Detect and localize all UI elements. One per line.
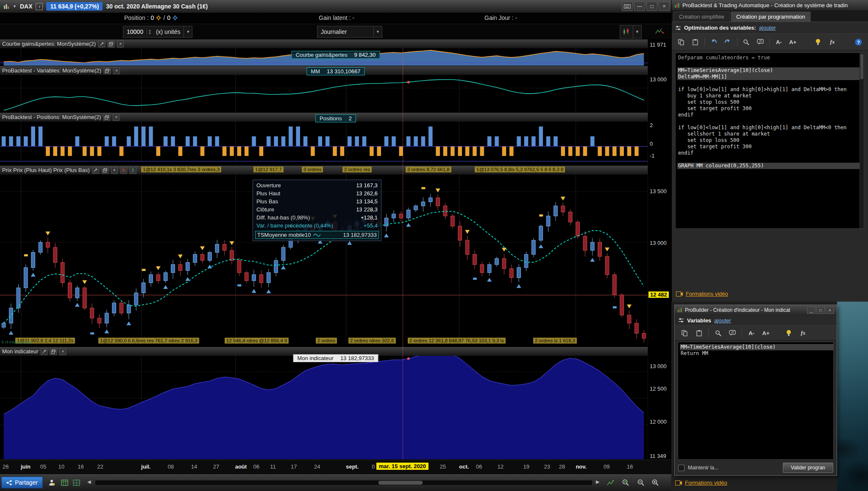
chart-type-select[interactable]: ▼ [620,25,642,39]
zoom-select-icon[interactable] [620,477,631,488]
probacktest-titlebar[interactable]: ProBacktest & Trading Automatique - Créa… [672,0,868,10]
price-axis[interactable]: 11 97113 00020-113 50013 00012 48213 000… [648,39,672,460]
grid-icon[interactable] [71,477,81,488]
auto-scale-icon[interactable] [605,477,615,488]
info-icon[interactable]: i [36,3,43,10]
formations-video-link[interactable]: Formations vidéo [675,480,727,486]
crosshair-tool-icon[interactable] [120,167,127,174]
positions-legend[interactable]: Positions 2 [315,114,356,122]
timeframe-select[interactable]: Journalier ▼ [317,26,382,38]
chart-scrollbar[interactable] [95,480,593,485]
probuilder-titlebar[interactable]: ProBuilder - Création d'indicateur - Mon… [675,305,837,315]
copy-icon[interactable] [678,327,691,339]
font-smaller-button[interactable]: A- [773,36,785,48]
lightbulb-icon[interactable] [782,327,795,339]
code-line: endif [677,112,864,118]
chart-type-dropdown-icon[interactable]: ▼ [633,25,641,38]
alerts-icon[interactable] [655,27,665,36]
time-axis[interactable]: 26juin05101622juil.081427août06111724sep… [0,460,671,474]
chart-area[interactable]: Courbe gains&pertes: MonSystème(2) × Cou… [0,39,671,474]
fx-icon[interactable]: fx [826,36,839,48]
indicator-legend-label: Mon indicateur [298,355,334,361]
window-icon[interactable] [103,114,110,121]
tooltip-ma-label: TSMoyenne mobile10 [257,232,311,238]
svg-text:?: ? [857,39,860,44]
window-icon[interactable] [50,348,57,355]
scroll-right-button[interactable]: ▶ [596,479,599,485]
variables-legend[interactable]: MM 13 310,10667 [306,67,364,75]
window-icon[interactable] [108,41,114,47]
user-account-icon[interactable] [47,477,57,488]
positions-chart-canvas[interactable] [0,122,648,162]
minimize-button[interactable]: _ [807,307,815,314]
close-button[interactable]: × [659,2,670,11]
comment-icon[interactable] [754,36,766,48]
gain-jour-label: Gain Jour : - [484,14,517,21]
tab-creation-par-programmation[interactable]: Création par programmation [731,11,811,22]
window-icon[interactable] [102,167,108,174]
close-panel-icon[interactable]: × [113,67,120,74]
quantity-unit-dropdown[interactable]: ▼ [184,26,192,37]
calendar-icon[interactable] [59,477,70,488]
ajouter-link[interactable]: ajouter [759,25,776,31]
variables-chart-canvas[interactable] [0,75,648,112]
time-tick: 23 [544,463,550,470]
indicator-chart-canvas[interactable] [0,356,648,459]
font-smaller-button[interactable]: A- [745,327,758,339]
zoom-in-icon[interactable] [650,477,660,488]
fx-icon[interactable]: fx [797,327,810,339]
copy-icon[interactable] [675,36,687,48]
search-icon[interactable] [740,36,752,48]
tab-creation-simplifiee[interactable]: Création simplifiée [673,11,730,22]
close-panel-icon[interactable]: × [111,167,118,174]
font-larger-button[interactable]: A+ [787,36,799,48]
window-icon[interactable] [104,67,111,74]
maximize-button[interactable]: □ [816,307,825,314]
gear-icon[interactable] [172,15,178,20]
equity-legend[interactable]: Courbe gains&pertes 9 842,30 [292,51,380,59]
close-panel-icon[interactable]: × [59,348,66,355]
time-tick: 12 [498,463,504,470]
share-button[interactable]: Partager [1,477,43,488]
undo-icon[interactable] [708,36,720,48]
probacktest-code-editor[interactable]: Defparam cumulateorders = true MM=TimeSe… [675,53,864,229]
maintain-checkbox[interactable] [678,465,684,471]
scroll-left-button[interactable]: ◀ [87,479,91,485]
quantity-value[interactable]: 10000 [123,28,147,35]
keyboard-icon[interactable] [622,2,633,11]
paste-icon[interactable] [689,36,701,48]
close-panel-icon[interactable]: × [113,114,120,121]
search-icon[interactable] [712,327,724,339]
close-button[interactable]: × [826,307,834,314]
lightbulb-icon[interactable] [812,36,824,48]
time-tick: 25 [440,463,446,470]
quantity-control[interactable]: 10000 ▲▼ (x) unités ▼ [123,26,192,38]
probuilder-code-editor[interactable]: MM=TimeSeriesAverage[10](close)Return MM [678,342,834,460]
ajouter-link[interactable]: ajouter [714,317,731,324]
timeframe-dropdown-icon[interactable]: ▼ [373,26,382,37]
comment-icon[interactable] [726,327,739,339]
paste-icon[interactable] [693,327,705,339]
close-panel-icon[interactable]: × [117,41,124,47]
updown-tool-icon[interactable] [130,167,136,174]
validate-program-button[interactable]: Valider progran [783,463,833,473]
maximize-button[interactable]: □ [646,2,657,11]
wrench-icon[interactable] [98,41,105,47]
zoom-out-icon[interactable] [636,477,646,488]
wrench-icon[interactable] [41,348,47,355]
quantity-stepper[interactable]: ▲▼ [147,29,153,35]
time-tick: oct. [459,463,469,470]
editor-scrollbar[interactable] [860,53,864,228]
scrollbar-thumb[interactable] [378,481,423,485]
wrench-icon[interactable] [92,167,99,174]
code-line: if low[0]>low[1] and high[0]>high[1] and… [677,86,864,93]
gear-icon[interactable] [156,15,161,20]
formations-video-link[interactable]: Formations vidéo [676,291,728,297]
help-icon[interactable]: ? [852,36,865,48]
indicator-legend[interactable]: Mon indicateur 13 182,97333 [293,354,378,362]
indicator-legend-value: 13 182,97333 [340,355,374,361]
symbol-dropdown-icon[interactable]: ▼ [13,4,17,8]
redo-icon[interactable] [722,36,734,48]
font-larger-button[interactable]: A+ [760,327,772,339]
minimize-button[interactable]: — [634,2,645,11]
